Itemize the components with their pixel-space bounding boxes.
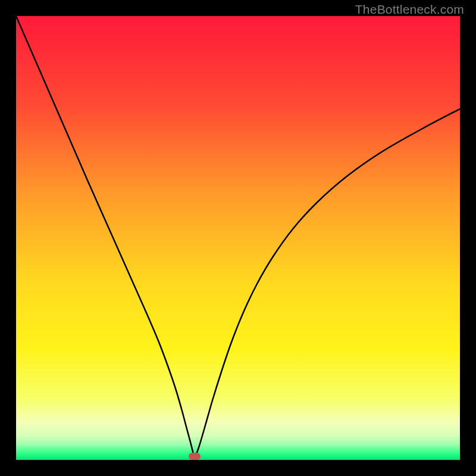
plot-area: [16, 16, 460, 460]
optimum-marker: [189, 453, 201, 460]
bottleneck-curve: [16, 16, 460, 460]
watermark-text: TheBottleneck.com: [355, 2, 464, 17]
chart-frame: TheBottleneck.com: [0, 0, 476, 476]
